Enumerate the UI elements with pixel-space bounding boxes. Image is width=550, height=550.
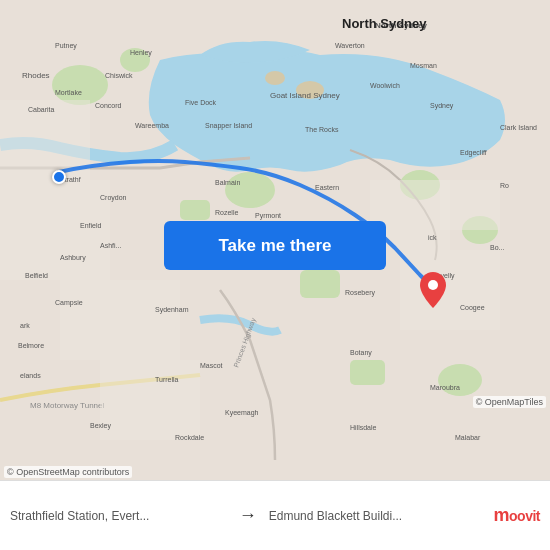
svg-text:Waverton: Waverton bbox=[335, 42, 365, 49]
svg-text:Enfield: Enfield bbox=[80, 222, 102, 229]
svg-text:Mosman: Mosman bbox=[410, 62, 437, 69]
map-attribution-right: © OpenMapTiles bbox=[473, 396, 546, 408]
svg-text:Botany: Botany bbox=[350, 349, 372, 357]
svg-text:Malabar: Malabar bbox=[455, 434, 481, 441]
svg-text:Snapper Island: Snapper Island bbox=[205, 122, 252, 130]
svg-rect-5 bbox=[300, 270, 340, 298]
svg-text:Cabarita: Cabarita bbox=[28, 106, 55, 113]
svg-rect-17 bbox=[100, 360, 200, 440]
svg-text:Rozelle: Rozelle bbox=[215, 209, 238, 216]
svg-text:Bo...: Bo... bbox=[490, 244, 504, 251]
svg-text:Ro: Ro bbox=[500, 182, 509, 189]
svg-text:Mortlake: Mortlake bbox=[55, 89, 82, 96]
svg-rect-15 bbox=[0, 180, 110, 280]
svg-text:Wareemba: Wareemba bbox=[135, 122, 169, 129]
svg-text:Turrella: Turrella bbox=[155, 376, 179, 383]
svg-text:Rosebery: Rosebery bbox=[345, 289, 375, 297]
svg-text:Ashfi...: Ashfi... bbox=[100, 242, 121, 249]
svg-text:Coogee: Coogee bbox=[460, 304, 485, 312]
moovit-rest: oovit bbox=[509, 508, 540, 524]
svg-rect-8 bbox=[350, 360, 385, 385]
svg-text:Ashbury: Ashbury bbox=[60, 254, 86, 262]
svg-text:Putney: Putney bbox=[55, 42, 77, 50]
origin-marker bbox=[52, 170, 66, 184]
svg-point-74 bbox=[428, 280, 438, 290]
destination-label: Edmund Blackett Buildi... bbox=[269, 509, 486, 523]
svg-text:Woolwich: Woolwich bbox=[370, 82, 400, 89]
svg-text:Sydney: Sydney bbox=[430, 102, 454, 110]
svg-rect-16 bbox=[60, 280, 180, 360]
svg-point-1 bbox=[52, 65, 108, 105]
moovit-logo: moovit bbox=[494, 505, 540, 526]
svg-text:Maroubra: Maroubra bbox=[430, 384, 460, 391]
svg-rect-3 bbox=[180, 200, 210, 220]
moovit-m: m bbox=[494, 505, 510, 525]
svg-text:Campsie: Campsie bbox=[55, 299, 83, 307]
svg-text:Eastern: Eastern bbox=[315, 184, 339, 191]
svg-text:elands: elands bbox=[20, 372, 41, 379]
svg-text:Mascot: Mascot bbox=[200, 362, 223, 369]
map-container: M8 Motorway Tunnel Princes Highway Rhode… bbox=[0, 0, 550, 480]
origin-section: Strathfield Station, Evert... bbox=[10, 509, 233, 523]
svg-text:Clark Island: Clark Island bbox=[500, 124, 537, 131]
moovit-logo-text: moovit bbox=[494, 505, 540, 526]
origin-label: Strathfield Station, Evert... bbox=[10, 509, 227, 523]
svg-text:Henley: Henley bbox=[130, 49, 152, 57]
svg-text:Rockdale: Rockdale bbox=[175, 434, 204, 441]
destination-marker bbox=[420, 272, 446, 308]
svg-text:North Sydney: North Sydney bbox=[375, 21, 428, 30]
svg-text:Bexley: Bexley bbox=[90, 422, 112, 430]
svg-text:Chiswick: Chiswick bbox=[105, 72, 133, 79]
svg-text:Balmain: Balmain bbox=[215, 179, 240, 186]
svg-text:Pyrmont: Pyrmont bbox=[255, 212, 281, 220]
svg-text:Five Dock: Five Dock bbox=[185, 99, 217, 106]
svg-text:Belmore: Belmore bbox=[18, 342, 44, 349]
svg-text:M8 Motorway Tunnel: M8 Motorway Tunnel bbox=[30, 401, 104, 410]
svg-text:Hillsdale: Hillsdale bbox=[350, 424, 377, 431]
svg-text:ark: ark bbox=[20, 322, 30, 329]
svg-text:The Rocks: The Rocks bbox=[305, 126, 339, 133]
svg-text:Sydenham: Sydenham bbox=[155, 306, 189, 314]
svg-rect-19 bbox=[400, 250, 500, 330]
svg-point-9 bbox=[438, 364, 482, 396]
svg-text:Concord: Concord bbox=[95, 102, 122, 109]
take-me-there-button[interactable]: Take me there bbox=[164, 221, 386, 270]
svg-text:ick: ick bbox=[428, 234, 437, 241]
bottom-bar: Strathfield Station, Evert... → Edmund B… bbox=[0, 480, 550, 550]
svg-text:Edgecliff: Edgecliff bbox=[460, 149, 487, 157]
svg-text:Croydon: Croydon bbox=[100, 194, 127, 202]
svg-point-11 bbox=[265, 71, 285, 85]
svg-text:Belfield: Belfield bbox=[25, 272, 48, 279]
svg-point-4 bbox=[225, 172, 275, 208]
arrow-icon: → bbox=[233, 505, 263, 526]
svg-text:Kyeemagh: Kyeemagh bbox=[225, 409, 259, 417]
svg-text:Goat Island Sydney: Goat Island Sydney bbox=[270, 91, 340, 100]
svg-rect-20 bbox=[440, 180, 500, 230]
svg-text:Rhodes: Rhodes bbox=[22, 71, 50, 80]
destination-section: Edmund Blackett Buildi... bbox=[263, 509, 486, 523]
map-attribution-left: © OpenStreetMap contributors bbox=[4, 466, 132, 478]
